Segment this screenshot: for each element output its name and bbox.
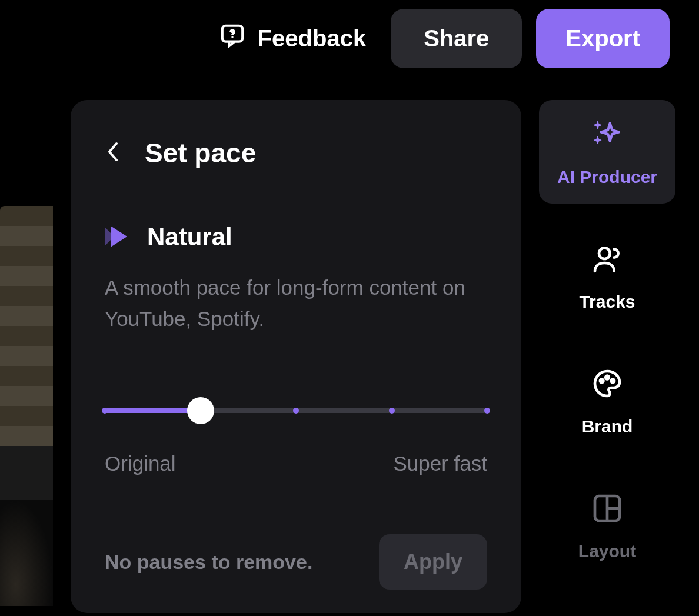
- pace-status: No pauses to remove.: [105, 551, 312, 574]
- palette-icon: [591, 367, 624, 402]
- apply-button[interactable]: Apply: [379, 534, 487, 590]
- pace-heading: Natural: [105, 223, 487, 251]
- layout-icon: [591, 492, 624, 527]
- play-icon: [105, 226, 131, 248]
- slider-tick: [293, 408, 299, 414]
- content-area: Set pace Natural A smooth pace for long-…: [0, 76, 699, 613]
- slider-min-label: Original: [105, 452, 176, 475]
- sidebar-item-tracks[interactable]: Tracks: [539, 225, 675, 328]
- feedback-label: Feedback: [258, 25, 367, 52]
- sidebar-item-ai-producer[interactable]: AI Producer: [539, 100, 675, 204]
- slider-thumb[interactable]: [187, 397, 214, 424]
- sidebar-item-label: Tracks: [579, 292, 635, 312]
- pace-description: A smooth pace for long-form content on Y…: [105, 272, 487, 334]
- panel-footer: No pauses to remove. Apply: [105, 534, 487, 590]
- top-bar: Feedback Share Export: [0, 0, 699, 76]
- back-button[interactable]: [100, 135, 126, 170]
- svg-point-5: [605, 376, 609, 379]
- pace-section: Natural A smooth pace for long-form cont…: [100, 223, 492, 590]
- users-icon: [591, 242, 624, 278]
- panel-header: Set pace: [100, 135, 492, 170]
- video-preview-thumbnail[interactable]: [0, 206, 53, 606]
- chevron-left-icon: [105, 140, 121, 165]
- feedback-button[interactable]: Feedback: [208, 16, 377, 61]
- chat-question-icon: [219, 22, 246, 55]
- sidebar: AI Producer Tracks Brand: [539, 100, 675, 613]
- share-button[interactable]: Share: [391, 9, 522, 68]
- slider-fill: [105, 408, 201, 413]
- panel-title: Set pace: [145, 137, 256, 169]
- sidebar-item-label: Layout: [578, 541, 636, 561]
- sidebar-item-layout[interactable]: Layout: [539, 474, 675, 578]
- svg-point-3: [599, 248, 610, 259]
- slider-tick: [484, 408, 490, 414]
- slider-labels: Original Super fast: [105, 452, 487, 475]
- sparkle-icon: [591, 118, 624, 153]
- svg-point-2: [231, 36, 233, 38]
- slider-tick: [389, 408, 395, 414]
- svg-point-4: [600, 379, 604, 383]
- sidebar-item-label: AI Producer: [557, 167, 657, 187]
- sidebar-item-brand[interactable]: Brand: [539, 349, 675, 453]
- svg-point-6: [611, 379, 615, 383]
- pace-slider[interactable]: [105, 393, 487, 428]
- sidebar-item-label: Brand: [582, 417, 633, 437]
- set-pace-panel: Set pace Natural A smooth pace for long-…: [71, 100, 521, 613]
- slider-max-label: Super fast: [393, 452, 487, 475]
- export-button[interactable]: Export: [536, 9, 670, 68]
- slider-tick: [102, 408, 108, 414]
- pace-name: Natural: [147, 223, 232, 251]
